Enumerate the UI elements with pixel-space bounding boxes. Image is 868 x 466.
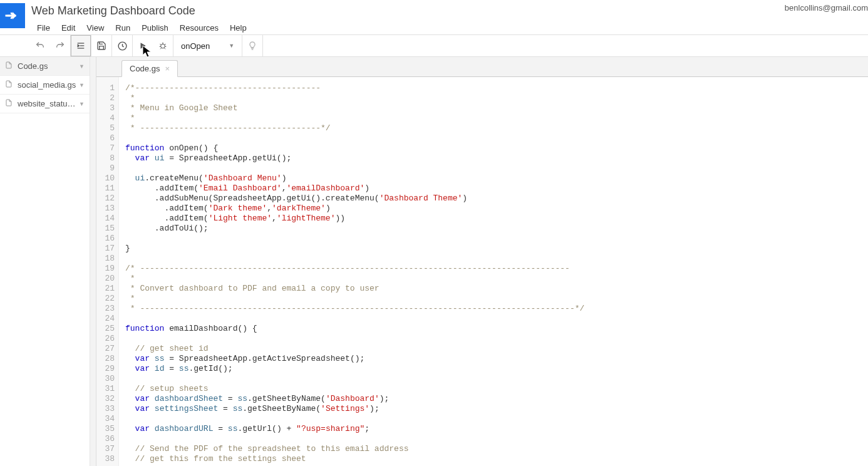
sidebar-file[interactable]: social_media.gs▼ [0, 76, 90, 95]
svg-marker-4 [141, 43, 146, 48]
code-line[interactable]: // setup sheets [125, 384, 584, 394]
code-line[interactable]: var settingsSheet = ss.getSheetByName('S… [125, 404, 584, 414]
user-email[interactable]: benlcollins@gmail.com [785, 3, 868, 13]
help-lightbulb-button[interactable] [242, 35, 262, 56]
code-line[interactable]: .addItem('Dark theme','darkTheme') [125, 204, 584, 214]
function-selected-label: onOpen [181, 41, 210, 51]
triggers-button[interactable] [112, 35, 132, 56]
header: Web Marketing Dashboard Code FileEditVie… [0, 0, 868, 34]
code-line[interactable]: // Send the PDF of the spreadsheet to th… [125, 444, 584, 454]
file-icon [5, 80, 14, 90]
code-line[interactable]: * [125, 294, 584, 304]
code-line[interactable]: * [125, 113, 584, 123]
code-line[interactable]: * [125, 93, 584, 103]
menu-run[interactable]: Run [110, 21, 136, 34]
code-line[interactable]: * Convert dashboard to PDF and email a c… [125, 284, 584, 294]
file-icon [5, 61, 14, 71]
code-line[interactable]: * Menu in Google Sheet [125, 103, 584, 113]
code-line[interactable]: .addItem('Light theme','lightTheme')) [125, 214, 584, 224]
chevron-down-icon: ▼ [229, 43, 234, 49]
apps-script-logo [0, 3, 25, 28]
svg-line-11 [160, 48, 162, 49]
code-line[interactable]: var dashboardSheet = ss.getSheetByName('… [125, 394, 584, 404]
code-line[interactable]: /* -------------------------------------… [125, 264, 584, 274]
menu-help[interactable]: Help [224, 21, 252, 34]
code-line[interactable]: .addSubMenu(SpreadsheetApp.getUi().creat… [125, 194, 584, 204]
redo-button[interactable] [50, 35, 70, 56]
close-icon[interactable]: × [165, 64, 170, 73]
tab-label: Code.gs [130, 64, 160, 73]
svg-line-7 [160, 44, 161, 44]
code-line[interactable]: function emailDashboard() { [125, 324, 584, 334]
code-line[interactable]: * [125, 274, 584, 284]
project-title[interactable]: Web Marketing Dashboard Code [31, 3, 785, 18]
code-line[interactable]: ui.createMenu('Dashboard Menu') [125, 173, 584, 184]
code-line[interactable] [125, 434, 584, 444]
tab-code-gs[interactable]: Code.gs × [121, 60, 178, 77]
code-line[interactable] [125, 254, 584, 264]
code-line[interactable]: .addItem('Email Dashboard','emailDashboa… [125, 184, 584, 194]
debug-button[interactable] [153, 35, 173, 56]
sidebar-file[interactable]: website_statu…▼ [0, 95, 90, 113]
code-line[interactable] [125, 234, 584, 244]
code-line[interactable] [125, 414, 584, 424]
code-line[interactable]: // get this from the settings sheet [125, 454, 584, 464]
code-line[interactable] [125, 133, 584, 143]
code-line[interactable] [125, 334, 584, 344]
toolbar: onOpen ▼ [0, 34, 868, 57]
file-icon [5, 98, 14, 109]
menu-file[interactable]: File [31, 21, 56, 34]
code-line[interactable]: var dashboardURL = ss.getUrl() + "?usp=s… [125, 424, 584, 434]
svg-line-8 [165, 44, 166, 44]
code-line[interactable]: .addToUi(); [125, 224, 584, 234]
code-line[interactable]: var ss = SpreadsheetApp.getActiveSpreads… [125, 354, 584, 364]
menu-edit[interactable]: Edit [56, 21, 81, 34]
code-line[interactable]: * --------------------------------------… [125, 304, 584, 314]
indent-button[interactable] [71, 35, 91, 56]
code-line[interactable] [125, 374, 584, 384]
editor-margin [90, 57, 96, 466]
menu-view[interactable]: View [81, 21, 110, 34]
menubar: FileEditViewRunPublishResourcesHelp [31, 21, 785, 34]
file-name: Code.gs [18, 61, 79, 71]
menu-publish[interactable]: Publish [136, 21, 174, 34]
save-button[interactable] [91, 35, 111, 56]
code-line[interactable]: /*-------------------------------------- [125, 83, 584, 93]
line-gutter: 1234567891011121314151617181920212223242… [96, 77, 119, 466]
code-line[interactable] [125, 163, 584, 173]
function-selector[interactable]: onOpen ▼ [173, 35, 242, 56]
svg-line-12 [164, 48, 165, 49]
code-line[interactable]: var id = ss.getId(); [125, 364, 584, 374]
sidebar-file[interactable]: Code.gs▼ [0, 57, 90, 76]
file-name: website_statu… [18, 99, 79, 108]
file-sidebar: Code.gs▼social_media.gs▼website_statu…▼ [0, 57, 90, 466]
menu-resources[interactable]: Resources [174, 21, 224, 34]
run-button[interactable] [133, 35, 153, 56]
code-editor[interactable]: 1234567891011121314151617181920212223242… [96, 77, 868, 466]
chevron-down-icon[interactable]: ▼ [79, 63, 85, 70]
code-content[interactable]: /*--------------------------------------… [119, 77, 584, 466]
file-name: social_media.gs [18, 80, 79, 90]
tab-bar: Code.gs × [96, 57, 868, 77]
code-line[interactable]: var ui = SpreadsheetApp.getUi(); [125, 153, 584, 163]
undo-button[interactable] [30, 35, 50, 56]
code-line[interactable] [125, 314, 584, 324]
chevron-down-icon[interactable]: ▼ [79, 101, 85, 107]
code-line[interactable]: function onOpen() { [125, 143, 584, 153]
code-line[interactable]: // get sheet id [125, 344, 584, 354]
code-line[interactable]: * -------------------------------------*… [125, 123, 584, 133]
code-line[interactable]: } [125, 244, 584, 254]
chevron-down-icon[interactable]: ▼ [79, 82, 85, 88]
